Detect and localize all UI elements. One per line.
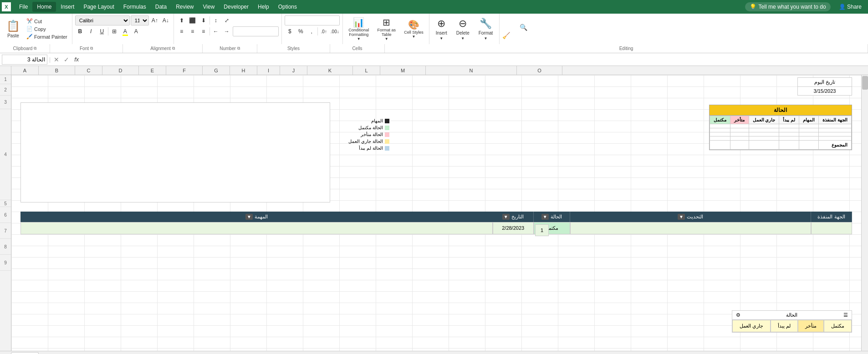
underline-button[interactable]: U bbox=[97, 26, 107, 36]
row1-agency[interactable] bbox=[811, 222, 852, 234]
fill-color-button[interactable]: A bbox=[120, 26, 130, 36]
tell-me-box[interactable]: 💡 Tell me what you want to do bbox=[745, 2, 831, 11]
formula-confirm-button[interactable]: ✓ bbox=[62, 56, 71, 63]
wrap-text-button[interactable]: ↵ Text Wrap bbox=[233, 16, 253, 25]
col-header-F[interactable]: F bbox=[166, 66, 203, 75]
col-header-H[interactable]: H bbox=[230, 66, 257, 75]
menu-review[interactable]: Review bbox=[171, 2, 198, 12]
decrease-decimal-button[interactable]: .00↓ bbox=[330, 26, 340, 36]
menu-help[interactable]: Help bbox=[253, 2, 274, 12]
comma-button[interactable]: , bbox=[306, 26, 317, 36]
text-angle-button[interactable]: ⤢ bbox=[222, 15, 232, 25]
menu-home[interactable]: Home bbox=[32, 2, 56, 12]
filter-delayed[interactable]: متأخر bbox=[798, 320, 824, 332]
menu-view[interactable]: View bbox=[199, 2, 220, 12]
paste-button[interactable]: 📋 Paste bbox=[3, 18, 24, 40]
content-area[interactable]: تاريخ اليوم 3/15/2023 الحالة الجهة المنف… bbox=[11, 75, 861, 351]
font-color-button[interactable]: A bbox=[131, 26, 141, 36]
font-name-select[interactable]: Calibri bbox=[75, 15, 130, 25]
filter-in-progress[interactable]: جاري العمل bbox=[732, 320, 771, 332]
cell-styles-button[interactable]: 🎨 Cell Styles ▼ bbox=[401, 18, 426, 40]
row1-task[interactable] bbox=[20, 222, 493, 234]
col-header-L[interactable]: L bbox=[353, 66, 380, 75]
align-left-button[interactable]: ≡ bbox=[177, 26, 187, 36]
vertical-scrollbar[interactable] bbox=[861, 75, 868, 351]
col-header-D[interactable]: D bbox=[102, 66, 139, 75]
decrease-indent-button[interactable]: ← bbox=[211, 26, 221, 36]
align-bottom-button[interactable]: ⬇ bbox=[199, 15, 209, 25]
bold-button[interactable]: B bbox=[75, 26, 85, 36]
format-painter-button[interactable]: 🖌️ Format Painter bbox=[25, 33, 69, 40]
col-header-A[interactable]: A bbox=[11, 66, 39, 75]
col-header-O[interactable]: O bbox=[517, 66, 562, 75]
increase-decimal-button[interactable]: .0↑ bbox=[319, 26, 329, 36]
chart-area[interactable] bbox=[20, 102, 330, 202]
cut-button[interactable]: ✂️ Cut bbox=[25, 18, 69, 25]
table-row[interactable] bbox=[710, 124, 851, 128]
align-top-button[interactable]: ⬆ bbox=[177, 15, 187, 25]
share-btn[interactable]: 👤 Share bbox=[834, 2, 866, 12]
insert-button[interactable]: ⊕ Insert ▼ bbox=[432, 16, 451, 42]
text-direction-button[interactable]: ↕ bbox=[211, 15, 221, 25]
formula-input[interactable] bbox=[82, 55, 866, 65]
row-num-3[interactable]: 3 bbox=[0, 96, 11, 109]
table-row[interactable] bbox=[710, 132, 851, 137]
filter-completed[interactable]: مكتمل bbox=[824, 320, 852, 332]
menu-insert[interactable]: Insert bbox=[56, 2, 79, 12]
function-button[interactable]: fx bbox=[72, 56, 81, 63]
sheet-tab-1[interactable]: Sheet1 bbox=[11, 352, 39, 354]
total-row[interactable]: المجموع bbox=[710, 141, 851, 150]
percent-button[interactable]: % bbox=[296, 26, 306, 36]
formula-cancel-button[interactable]: ✕ bbox=[52, 56, 61, 63]
row-num-5[interactable]: 5 bbox=[0, 200, 11, 207]
filter-not-started[interactable]: لم يبدأ bbox=[771, 320, 798, 332]
menu-file[interactable]: File bbox=[15, 2, 32, 12]
row-num-2[interactable]: 2 bbox=[0, 84, 11, 96]
col-header-C[interactable]: C bbox=[75, 66, 102, 75]
add-sheet-button[interactable]: + bbox=[2, 352, 10, 354]
menu-data[interactable]: Data bbox=[151, 2, 171, 12]
menu-options[interactable]: Options bbox=[274, 2, 301, 12]
col-header-G[interactable]: G bbox=[203, 66, 230, 75]
clipboard-expand-icon[interactable]: ⧉ bbox=[34, 46, 36, 51]
copy-button[interactable]: 📄 Copy bbox=[25, 25, 69, 32]
col-header-I[interactable]: I bbox=[257, 66, 280, 75]
row1-update[interactable] bbox=[570, 222, 811, 234]
row-num-1[interactable]: 1 bbox=[0, 75, 11, 84]
col-header-J[interactable]: J bbox=[280, 66, 307, 75]
col-header-K[interactable]: K bbox=[307, 66, 353, 75]
menu-page-layout[interactable]: Page Layout bbox=[79, 2, 118, 12]
decrease-font-button[interactable]: A↓ bbox=[161, 15, 171, 25]
date-value[interactable]: 3/15/2023 bbox=[798, 87, 852, 95]
scroll-thumb[interactable] bbox=[862, 76, 868, 90]
format-as-table-button[interactable]: ⊞ Format as Table ▼ bbox=[373, 15, 399, 42]
number-format-select[interactable]: General ▼ bbox=[285, 15, 340, 25]
align-center-button[interactable]: ≡ bbox=[188, 26, 198, 36]
increase-font-button[interactable]: A↑ bbox=[150, 15, 160, 25]
align-middle-button[interactable]: ⬛ bbox=[188, 15, 198, 25]
font-expand-icon[interactable]: ⧉ bbox=[90, 46, 93, 51]
row1-date[interactable]: 2/28/2023 bbox=[493, 222, 534, 234]
col-header-E[interactable]: E bbox=[139, 66, 166, 75]
name-box[interactable] bbox=[2, 55, 47, 65]
row-num-4[interactable]: 4 bbox=[0, 109, 11, 200]
delete-button[interactable]: ⊖ Delete ▼ bbox=[453, 16, 473, 42]
merge-center-button[interactable]: ⊞ Merge & Center ▼ bbox=[233, 26, 279, 36]
menu-formulas[interactable]: Formulas bbox=[119, 2, 151, 12]
menu-developer[interactable]: Developer bbox=[219, 2, 253, 12]
alignment-expand-icon[interactable]: ⧉ bbox=[172, 46, 175, 51]
row-num-8[interactable]: 8 bbox=[0, 239, 11, 255]
format-button[interactable]: 🔧 Format ▼ bbox=[475, 16, 497, 42]
increase-indent-button[interactable]: → bbox=[222, 26, 232, 36]
row-num-7[interactable]: 7 bbox=[0, 223, 11, 239]
row-num-6[interactable]: 6 bbox=[0, 207, 11, 223]
number-expand-icon[interactable]: ⧉ bbox=[237, 46, 240, 51]
table-row[interactable] bbox=[710, 137, 851, 141]
italic-button[interactable]: I bbox=[86, 26, 96, 36]
table-row[interactable] bbox=[710, 128, 851, 132]
row-num-9[interactable]: 9 bbox=[0, 255, 11, 271]
col-header-M[interactable]: M bbox=[380, 66, 426, 75]
conditional-formatting-button[interactable]: 📊 Conditional Formatting ▼ bbox=[346, 15, 372, 42]
col-header-N[interactable]: N bbox=[426, 66, 517, 75]
border-button[interactable]: ⊞ bbox=[109, 26, 119, 36]
